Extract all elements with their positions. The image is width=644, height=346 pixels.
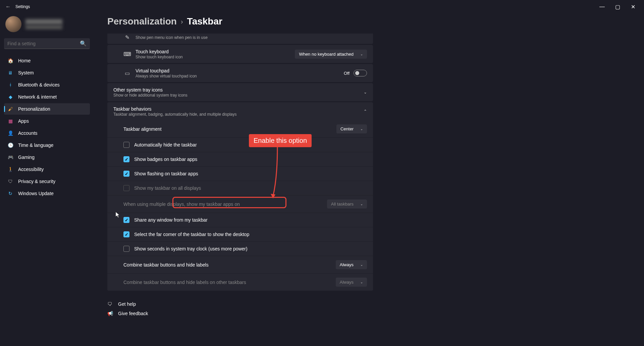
restore-button[interactable]: ▢: [610, 1, 625, 12]
nav-item-gaming[interactable]: 🎮Gaming: [4, 152, 90, 163]
user-name: ████████: [25, 19, 62, 24]
minimize-button[interactable]: —: [594, 1, 610, 12]
app-title: Settings: [15, 4, 30, 9]
tray-desc: Show or hide additional system tray icon…: [113, 93, 360, 98]
main: Personalization › Taskbar ✎ Show pen men…: [94, 13, 644, 346]
row-touch-keyboard[interactable]: ⌨ Touch keyboard Show touch keyboard ico…: [107, 45, 373, 63]
nav-item-bluetooth-devices[interactable]: ᚼBluetooth & devices: [4, 79, 90, 91]
behaviors-desc: Taskbar alignment, badging, automaticall…: [113, 112, 360, 117]
row-seconds[interactable]: Show seconds in system tray clock (uses …: [107, 242, 373, 256]
titlebar: ← Settings — ▢ ✕: [0, 0, 644, 13]
nav-icon: 🚶: [7, 166, 13, 172]
chevron-down-icon: ⌄: [364, 90, 367, 95]
nav-item-network-internet[interactable]: ◆Network & internet: [4, 91, 90, 103]
nav-item-system[interactable]: 🖥System: [4, 67, 90, 78]
row-all-displays: Show my taskbar on all displays: [107, 181, 373, 195]
combine-label: Combine taskbar buttons and hide labels: [123, 262, 336, 268]
nav-icon: 🖌: [7, 106, 13, 112]
nav-icon: ↻: [7, 190, 13, 196]
nav-icon: 👤: [7, 130, 13, 136]
autohide-checkbox[interactable]: [123, 142, 129, 148]
row-behaviors-header[interactable]: Taskbar behaviors Taskbar alignment, bad…: [107, 102, 373, 120]
nav: 🏠Home🖥SystemᚼBluetooth & devices◆Network…: [4, 55, 90, 199]
nav-item-accounts[interactable]: 👤Accounts: [4, 127, 90, 139]
vtouch-toggle-label: Off: [344, 71, 350, 76]
tray-title: Other system tray icons: [113, 87, 360, 93]
keyboard-icon: ⌨: [123, 51, 131, 57]
row-share[interactable]: Share any window from my taskbar: [107, 213, 373, 227]
alignment-dropdown[interactable]: Center⌄: [336, 124, 367, 133]
row-pen[interactable]: ✎ Show pen menu icon when pen is in use: [107, 34, 373, 44]
get-help-link[interactable]: 🗨 Get help: [107, 299, 373, 309]
combine-other-dropdown: Always⌄: [336, 278, 367, 287]
search-input[interactable]: [7, 41, 80, 46]
back-button[interactable]: ←: [3, 2, 13, 11]
search-box[interactable]: 🔍: [4, 38, 90, 49]
touch-title: Touch keyboard: [136, 49, 295, 54]
nav-label: Personalization: [18, 106, 50, 112]
help-icon: 🗨: [107, 301, 113, 307]
nav-item-accessibility[interactable]: 🚶Accessibility: [4, 164, 90, 175]
nav-icon: 🕒: [7, 142, 13, 148]
content: ✎ Show pen menu icon when pen is in use …: [107, 34, 373, 318]
multi-dropdown: All taskbars⌄: [327, 199, 367, 209]
give-feedback-link[interactable]: 📢 Give feedback: [107, 309, 373, 318]
touchpad-icon: ▭: [123, 70, 131, 76]
touch-dropdown[interactable]: When no keyboard attached⌄: [295, 50, 367, 59]
nav-item-home[interactable]: 🏠Home: [4, 55, 90, 66]
row-corner[interactable]: Select the far corner of the taskbar to …: [107, 227, 373, 242]
nav-label: Network & internet: [18, 94, 57, 100]
vtouch-toggle[interactable]: [354, 70, 367, 76]
breadcrumb-parent[interactable]: Personalization: [107, 16, 177, 27]
row-combine: Combine taskbar buttons and hide labels …: [107, 256, 373, 274]
nav-icon: ▦: [7, 118, 13, 124]
nav-label: Home: [18, 58, 31, 63]
row-system-tray[interactable]: Other system tray icons Show or hide add…: [107, 83, 373, 101]
combine-dropdown[interactable]: Always⌄: [336, 260, 367, 269]
nav-item-privacy-security[interactable]: 🛡Privacy & security: [4, 176, 90, 187]
nav-item-time-language[interactable]: 🕒Time & language: [4, 139, 90, 151]
seconds-checkbox[interactable]: [123, 246, 129, 252]
behaviors-group: Taskbar alignment Center⌄ Automatically …: [107, 120, 373, 291]
row-badges[interactable]: Show badges on taskbar apps: [107, 152, 373, 167]
nav-icon: ◆: [7, 94, 13, 100]
breadcrumb-current: Taskbar: [187, 16, 222, 27]
vtouch-desc: Always show virtual touchpad icon: [136, 74, 344, 78]
sidebar: ████████ ████████ 🔍 🏠Home🖥SystemᚼBluetoo…: [0, 13, 94, 346]
nav-icon: 🖥: [7, 70, 13, 76]
annotation-callout: Enable this option: [249, 134, 312, 147]
nav-label: Windows Update: [18, 191, 54, 196]
avatar: [5, 16, 21, 32]
search-icon: 🔍: [80, 40, 87, 47]
pen-icon: ✎: [123, 34, 131, 41]
user-email: ████████: [25, 25, 62, 29]
flashing-checkbox[interactable]: [123, 171, 129, 177]
nav-label: Accessibility: [18, 167, 44, 172]
breadcrumb: Personalization › Taskbar: [107, 13, 631, 34]
feedback-icon: 📢: [107, 311, 113, 316]
footer-links: 🗨 Get help 📢 Give feedback: [107, 299, 373, 318]
combine-other-label: Combine taskbar buttons and hide labels …: [123, 280, 336, 285]
vtouch-title: Virtual touchpad: [136, 68, 344, 73]
row-autohide[interactable]: Automatically hide the taskbar: [107, 138, 373, 152]
close-button[interactable]: ✕: [625, 1, 641, 12]
nav-label: Accounts: [18, 130, 38, 136]
alignment-label: Taskbar alignment: [123, 126, 336, 132]
badges-checkbox[interactable]: [123, 156, 129, 162]
nav-icon: 🎮: [7, 154, 13, 160]
row-flashing[interactable]: Show flashing on taskbar apps: [107, 167, 373, 181]
nav-item-apps[interactable]: ▦Apps: [4, 115, 90, 127]
chevron-down-icon: ⌄: [360, 52, 363, 56]
nav-item-personalization[interactable]: 🖌Personalization: [4, 103, 90, 115]
nav-item-windows-update[interactable]: ↻Windows Update: [4, 188, 90, 199]
profile[interactable]: ████████ ████████: [4, 13, 90, 38]
breadcrumb-separator: ›: [181, 18, 183, 25]
pen-desc: Show pen menu icon when pen is in use: [136, 35, 367, 40]
share-checkbox[interactable]: [123, 217, 129, 223]
row-combine-other: Combine taskbar buttons and hide labels …: [107, 274, 373, 291]
row-alignment: Taskbar alignment Center⌄: [107, 120, 373, 138]
nav-icon: 🏠: [7, 58, 13, 64]
nav-icon: 🛡: [7, 178, 13, 184]
row-virtual-touchpad[interactable]: ▭ Virtual touchpad Always show virtual t…: [107, 64, 373, 82]
corner-checkbox[interactable]: [123, 231, 129, 237]
